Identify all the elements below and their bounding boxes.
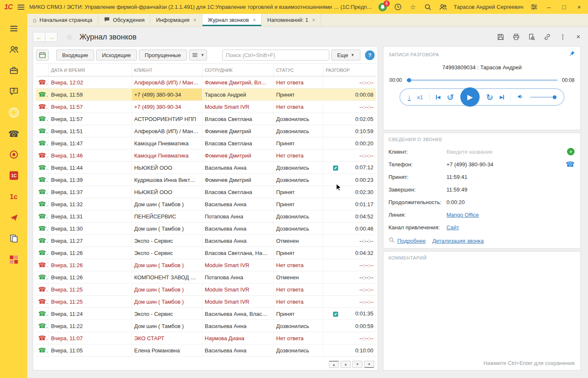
call-row[interactable]: ☎Вчера, 11:25Дом шин ( Тамбов )Module Sm… <box>36 284 376 296</box>
favorites-icon[interactable]: ☆ <box>408 3 417 12</box>
tab-call-journal[interactable]: Журнал звонков × <box>202 14 262 26</box>
call-row[interactable]: ☎Вчера, 11:26КОМПОНЕНТ ЗАВОД …Потапова А… <box>36 271 376 284</box>
call-row[interactable]: ☎Вчера, 11:27Экспо - СервисВасильева Анн… <box>36 235 376 247</box>
settings-sliders-icon[interactable] <box>529 3 538 12</box>
pin-icon[interactable] <box>569 50 575 58</box>
sidebar-item-contacts[interactable] <box>5 39 23 60</box>
call-row[interactable]: ☎Вчера, 11:30Дом шин ( Тамбов )Васильева… <box>36 223 376 235</box>
col-employee[interactable]: СОТРУДНИК <box>202 64 273 76</box>
tab-discussions[interactable]: Обсуждения <box>98 14 151 26</box>
call-row[interactable]: ☎Вчера, 12:02АлферовАВ (ИП) / Ман…Фомиче… <box>36 76 376 89</box>
call-row[interactable]: ☎Вчера, 11:47Камоцци ПневматикаВласова С… <box>36 137 376 150</box>
print-preview-icon[interactable] <box>528 33 536 41</box>
sidebar-item-send[interactable] <box>5 207 23 228</box>
rewind-10-icon[interactable]: ↺10 <box>447 93 454 102</box>
call-row[interactable]: ☎Вчера, 11:22Дом шин ( Тамбов )Васильева… <box>36 320 376 332</box>
sidebar-item-coin[interactable] <box>5 102 23 123</box>
col-datetime[interactable]: ДАТА И ВРЕМЯ <box>48 64 131 76</box>
sidebar-item-one-c[interactable]: 1c <box>5 186 23 207</box>
call-row[interactable]: ☎Вчера, 11:31ПЕНЕЙСЕРВИСПотапова АннаДоз… <box>36 210 376 223</box>
sidebar-item-menu[interactable] <box>5 18 23 39</box>
line-link[interactable]: Mango Office <box>446 212 479 218</box>
col-client[interactable]: КЛИЕНТ <box>131 64 202 76</box>
history-icon[interactable] <box>393 3 402 12</box>
call-row[interactable]: ☎Вчера, 11:26Экспо - СервисВласова Светл… <box>36 247 376 259</box>
forward-button[interactable]: → <box>45 32 58 42</box>
volume-icon[interactable] <box>517 93 524 101</box>
tab-close-icon[interactable]: × <box>193 17 197 23</box>
comment-input[interactable] <box>383 264 580 370</box>
call-row[interactable]: ☎Вчера, 11:51АлферовАВ (ИП) / Ман…Фомиче… <box>36 125 376 137</box>
tab-home[interactable]: ⌂ Начальная страница <box>27 14 98 26</box>
call-row[interactable]: ☎Вчера, 11:25Дом шин ( Тамбов )Module Sm… <box>36 296 376 308</box>
call-row[interactable]: ☎Вчера, 11:07ЭКО СТАРТНаумова ДианаНет о… <box>36 332 376 344</box>
print-icon[interactable] <box>512 33 520 41</box>
more-menu-icon[interactable] <box>559 33 567 41</box>
call-row[interactable]: ☎Вчера, 11:24Экспо - СервисВасильева Анн… <box>36 308 376 320</box>
details-link[interactable]: Подробнее <box>397 238 425 244</box>
play-button[interactable]: ▶ <box>460 87 480 107</box>
download-icon[interactable]: ↓ <box>408 93 411 101</box>
scroll-up-button[interactable]: ▲ <box>341 361 351 368</box>
sidebar-item-apps[interactable] <box>5 249 23 270</box>
forward-10-icon[interactable]: ↻10 <box>486 93 494 102</box>
call-row[interactable]: ☎Вчера, 11:32Дом шин ( Тамбов )Васильева… <box>36 198 376 210</box>
calendar-filter-button[interactable] <box>36 50 49 60</box>
back-button[interactable]: ← <box>33 32 45 42</box>
tab-information[interactable]: Информация × <box>150 14 202 26</box>
add-client-icon[interactable]: + <box>567 148 575 155</box>
filter-incoming-button[interactable]: Входящие <box>56 50 94 60</box>
filter-outgoing-button[interactable]: Исходящие <box>96 50 137 60</box>
call-row[interactable]: ☎Вчера, 11:05Елена РомановнаВасильева Ан… <box>36 344 376 357</box>
tab-close-icon[interactable]: × <box>253 17 256 23</box>
col-talk[interactable]: РАЗГОВОР <box>323 64 376 76</box>
call-row[interactable]: ☎Вчера, 11:37НЬЮКЕЙ ОООВласова СветланаП… <box>36 186 376 198</box>
close-window-icon[interactable]: × <box>575 3 584 10</box>
tab-close-icon[interactable]: × <box>312 17 315 23</box>
call-row[interactable]: ☎Вчера, 11:57АСТРООРИЕНТИР НППВласова Св… <box>36 113 376 125</box>
star-icon[interactable]: ☆ <box>66 32 73 42</box>
tab-reminders[interactable]: Напоминаний: 1 × <box>262 14 321 26</box>
call-row[interactable]: ☎Вчера, 11:46Камоцци ПневматикаФомичев Д… <box>36 150 376 162</box>
current-user-name[interactable]: Тарасов Андрей Сергеевич <box>454 4 523 10</box>
call-row[interactable]: ☎Вчера, 11:57+7 (499) 380-90-34Module Sm… <box>36 101 376 113</box>
list-settings-button[interactable]: ▼ <box>189 50 207 60</box>
sidebar-item-payments[interactable]: ₽ <box>5 81 23 102</box>
call-row[interactable]: ☎Вчера, 11:44НЬЮКЕЙ ОООВасильева АннаДоз… <box>36 162 376 174</box>
help-button[interactable]: ? <box>365 50 375 60</box>
sidebar-item-phone[interactable]: ☎ <box>5 123 23 144</box>
skip-end-icon[interactable]: ▶ <box>500 94 504 100</box>
more-actions-button[interactable]: Еще ▼ <box>331 50 360 60</box>
channel-link[interactable]: Сайт <box>446 224 459 231</box>
main-menu-icon[interactable] <box>18 5 24 10</box>
col-status[interactable]: СТАТУС <box>273 64 323 76</box>
seek-handle[interactable] <box>407 78 411 82</box>
save-icon[interactable] <box>496 33 505 41</box>
minimize-window-icon[interactable]: – <box>544 3 554 10</box>
sidebar-item-documents[interactable] <box>5 228 23 249</box>
notifications-icon[interactable]: 6 <box>378 3 387 12</box>
filter-missed-button[interactable]: Пропущенные <box>139 50 187 60</box>
link-icon[interactable] <box>543 33 551 41</box>
search-input[interactable] <box>222 50 329 60</box>
maximize-window-icon[interactable]: □ <box>559 3 569 10</box>
playback-speed-button[interactable]: x1 <box>417 94 423 100</box>
scroll-last-button[interactable]: ▼ <box>364 361 374 368</box>
users-icon[interactable] <box>438 3 448 12</box>
sidebar-item-recording[interactable] <box>5 144 23 165</box>
sidebar-item-crm[interactable]: 1С <box>5 165 23 186</box>
call-phone-icon[interactable]: ☎ <box>566 161 575 168</box>
close-page-icon[interactable]: × <box>574 33 583 41</box>
scroll-down-button[interactable]: ▼ <box>352 361 362 368</box>
search-icon[interactable] <box>423 3 433 12</box>
call-row[interactable]: ☎Вчера, 11:39Кудряшова Инна Викт…Фомичев… <box>36 174 376 186</box>
sidebar-item-briefcase[interactable] <box>5 60 23 81</box>
scroll-first-button[interactable]: ▲ <box>329 361 339 368</box>
call-row[interactable]: ☎Вчера, 11:26Дом шин ( Тамбов )Module Sm… <box>36 259 376 271</box>
skip-start-icon[interactable]: ◀ <box>436 94 440 100</box>
volume-slider[interactable] <box>530 97 556 98</box>
call-detalization-link[interactable]: Детализация звонка <box>432 238 483 244</box>
volume-handle[interactable] <box>553 95 556 99</box>
client-input[interactable]: Введите название <box>446 149 493 155</box>
col-call-type[interactable] <box>36 64 48 76</box>
